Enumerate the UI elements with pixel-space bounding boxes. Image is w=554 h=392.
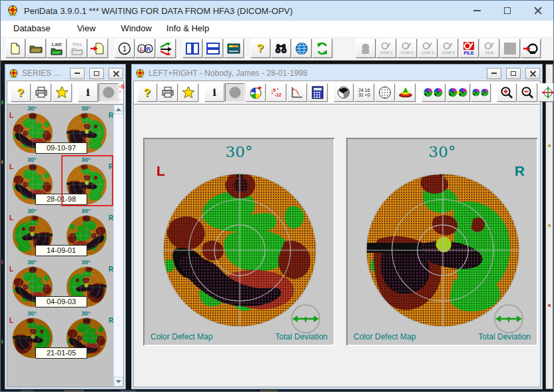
left-right-icon: L R — [137, 43, 153, 55]
series-window: SERIES ... ? i -5 ° - 30° 30 — [5, 64, 126, 389]
defect-values-icon: -5 °° -12 — [272, 88, 282, 97]
series-legend-icon: -5 ° - — [119, 84, 125, 102]
pattern-map-button[interactable] — [375, 83, 395, 102]
hill-of-vision-button[interactable] — [396, 83, 416, 102]
tile-horizontal-button[interactable] — [203, 39, 223, 58]
exam-date-label: 09-10-97 — [35, 142, 87, 154]
fixation-cross-button[interactable] — [538, 83, 554, 102]
refresh-button[interactable] — [312, 39, 332, 58]
menu-view[interactable]: View — [70, 21, 103, 36]
tile-vertical-button[interactable] — [182, 39, 202, 58]
com1-button-disabled[interactable]: COM 1 — [376, 39, 396, 58]
dual-map-both-button[interactable] — [421, 83, 445, 102]
menu-info-help[interactable]: Info & Help — [159, 21, 216, 36]
grayscale-map-button[interactable] — [334, 83, 354, 102]
com4-button-disabled[interactable]: COM 4 — [438, 39, 458, 58]
blank-button-disabled[interactable] — [500, 39, 520, 58]
file-inactive-label: FILE — [485, 51, 494, 55]
degree-label: 30° — [348, 143, 537, 160]
series-row[interactable]: 30° 30° L R 04-09-03 — [7, 258, 123, 309]
zoom-in-button[interactable] — [497, 83, 517, 102]
right-eye-panel: 30° R Color Defect Map Total Deviation — [346, 138, 538, 346]
minimize-button[interactable] — [461, 1, 492, 21]
exam-close-button[interactable] — [525, 68, 540, 79]
exam-help-button[interactable]: ? — [137, 83, 157, 102]
exam-print-button[interactable] — [158, 83, 178, 102]
instrument-button-disabled[interactable] — [356, 39, 376, 58]
curve-button[interactable] — [287, 83, 307, 102]
open-database-button[interactable] — [26, 39, 46, 58]
defect-values-button[interactable]: -5 °° -12 — [266, 83, 286, 102]
scroll-down-button[interactable] — [114, 377, 123, 387]
new-database-button[interactable] — [5, 39, 25, 58]
close-button[interactable] — [523, 1, 553, 21]
series-minimize-button[interactable] — [70, 68, 85, 79]
background-window-sliver-bottom — [1, 389, 554, 392]
series-graymap-button[interactable] — [99, 83, 119, 102]
menu-window[interactable]: Window — [114, 21, 159, 36]
numeric-map-button[interactable]: 24 1631 <0 — [354, 83, 374, 102]
exam-info-button[interactable]: i — [204, 83, 224, 102]
instrument-icon — [360, 43, 372, 55]
exam-restore-button[interactable] — [506, 68, 521, 79]
exam-date-label: 14-09-01 — [35, 245, 87, 256]
file-transfer-button-disabled[interactable]: FILE — [479, 39, 499, 58]
exam-date-label: 21-01-05 — [35, 347, 87, 359]
series-row-selected[interactable]: 30° 30° L R 28-01-98 — [7, 156, 123, 207]
printer-icon — [161, 86, 174, 99]
exit-button[interactable] — [521, 39, 541, 58]
search-icon — [274, 43, 288, 55]
single-view-button[interactable]: 1 — [115, 39, 135, 58]
dual-map-compare-button[interactable] — [446, 83, 470, 102]
series-favorite-button[interactable] — [52, 83, 72, 102]
series-scrollbar[interactable] — [113, 104, 123, 387]
color-map-icon — [249, 86, 262, 99]
app-icon — [135, 69, 145, 79]
maximize-button[interactable] — [492, 1, 523, 21]
series-row[interactable]: 30° 30° L R 21-01-05 — [7, 309, 123, 361]
scroll-up-button[interactable] — [114, 104, 123, 114]
open-last-button[interactable]: Last — [47, 39, 67, 58]
help-button[interactable]: ? — [250, 39, 270, 58]
series-titlebar[interactable]: SERIES ... — [7, 66, 124, 81]
dual-map-icon — [472, 88, 489, 97]
series-restore-button[interactable] — [89, 68, 104, 79]
com-port-icon — [381, 42, 392, 50]
app-title: PeriData 3.9.0.1 *** WAITING FOR DATA FR… — [24, 6, 293, 16]
exam-window: LEFT+RIGHT - Nobody, James - 28-01-1998 … — [131, 64, 543, 389]
file-transfer-button-active[interactable]: FILE — [459, 39, 479, 58]
help-icon: ? — [17, 87, 24, 98]
exam-minimize-button[interactable] — [487, 68, 501, 79]
sort-series-button[interactable] — [156, 39, 176, 58]
series-print-button[interactable] — [31, 83, 51, 102]
app-titlebar[interactable]: PeriData 3.9.0.1 *** WAITING FOR DATA FR… — [1, 1, 553, 21]
fixation-cross-icon — [541, 86, 554, 99]
menu-database[interactable]: Database — [6, 21, 58, 36]
dual-map-small-button[interactable] — [471, 83, 491, 102]
series-row[interactable]: 30° 30° L R 14-09-01 — [7, 207, 123, 258]
search-button[interactable] — [271, 39, 291, 58]
exam-favorite-button[interactable] — [178, 83, 198, 102]
calculator-button[interactable] — [308, 83, 328, 102]
web-button[interactable] — [292, 39, 312, 58]
cascade-button[interactable] — [224, 39, 244, 58]
series-help-button[interactable]: ? — [11, 83, 31, 102]
import-button[interactable] — [88, 39, 108, 58]
com2-button-disabled[interactable]: COM 2 — [397, 39, 417, 58]
series-close-button[interactable] — [109, 68, 123, 79]
gray-map-button[interactable] — [225, 83, 245, 102]
pattern-map-icon — [378, 86, 392, 99]
series-info-button[interactable]: i — [78, 83, 98, 102]
left-right-view-button[interactable]: L R — [135, 39, 155, 58]
favorite-icon — [55, 86, 69, 99]
com-port-icon — [484, 42, 495, 50]
zoom-out-button[interactable] — [517, 83, 537, 102]
gray-circle-icon — [228, 86, 242, 99]
open-results-button-disabled[interactable]: Res — [67, 39, 87, 58]
main-toolbar: Last Res 1 L R — [1, 37, 553, 61]
com3-button-disabled[interactable]: COM 3 — [417, 39, 437, 58]
exam-titlebar[interactable]: LEFT+RIGHT - Nobody, James - 28-01-1998 — [133, 66, 541, 81]
grayscale-map-icon — [337, 86, 350, 99]
color-defect-map-button[interactable] — [246, 83, 266, 102]
series-row[interactable]: 30° 30° L R 09-10-97 — [7, 104, 123, 156]
